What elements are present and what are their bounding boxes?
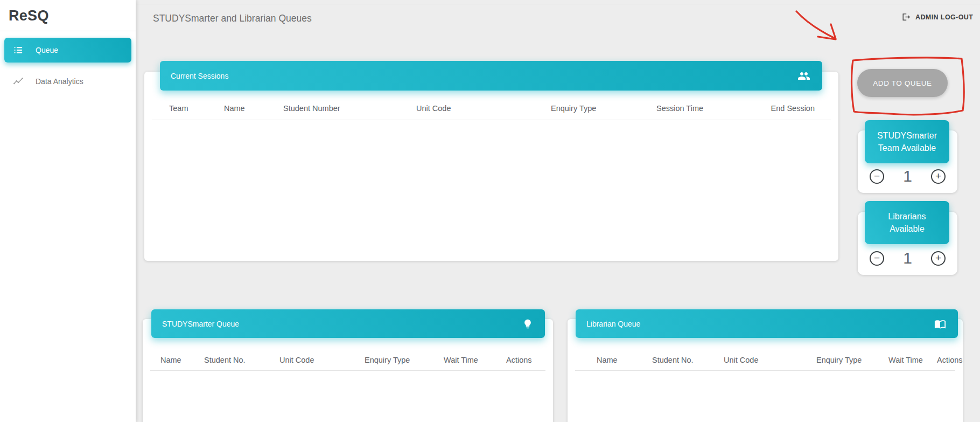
studysmarter-available-stepper: − 1 + [858,167,957,185]
column-header-actions: Actions [937,356,963,364]
logout-label: ADMIN LOG-OUT [915,13,973,21]
annotation-arrow [796,11,835,38]
label-line-2: Team Available [878,142,936,154]
column-header-student-no: Student No. [204,356,279,364]
column-header-name: Name [575,356,652,364]
studysmarter-queue-title: STUDYSmarter Queue [162,320,239,328]
column-header-enquiry-type: Enquiry Type [816,356,888,364]
current-sessions-title-bar: Current Sessions [160,61,822,91]
column-header-actions: Actions [506,356,545,364]
label-line-1: STUDYSmarter [877,129,937,142]
column-header-name: Name [150,356,204,364]
column-header-enquiry-type: Enquiry Type [365,356,444,364]
sidebar-divider [0,31,136,31]
annotation-arrowhead [831,24,836,39]
librarian-queue-title-bar: Librarian Queue [576,309,958,338]
column-header-session-time: Session Time [656,104,765,113]
book-icon [934,318,946,330]
top-hairline [0,4,980,4]
label-line-2: Available [890,223,925,235]
minus-icon[interactable]: − [870,251,884,266]
column-header-enquiry-type: Enquiry Type [551,104,656,113]
analytics-icon [13,76,24,87]
column-header-unit-code: Unit Code [279,356,365,364]
studysmarter-queue-header-row: Name Student No. Unit Code Enquiry Type … [150,349,545,371]
current-sessions-header-row: Team Name Student Number Unit Code Enqui… [152,96,831,120]
column-header-end-session: End Session [765,104,831,113]
plus-icon[interactable]: + [931,169,946,184]
sidebar-item-label: Queue [36,46,58,54]
librarian-queue-title: Librarian Queue [586,320,640,328]
logout-icon [901,12,911,22]
column-header-unit-code: Unit Code [416,104,551,113]
admin-logout-button[interactable]: ADMIN LOG-OUT [898,12,976,22]
librarian-queue-header-row: Name Student No. Unit Code Enquiry Type … [575,349,955,371]
people-icon [797,70,810,82]
column-header-wait-time: Wait Time [888,356,937,364]
current-sessions-card: Team Name Student Number Unit Code Enqui… [144,72,838,261]
brand-logo: ReSQ [9,8,136,24]
current-sessions-title: Current Sessions [171,72,228,80]
lightbulb-icon [522,319,533,329]
sidebar-item-data-analytics[interactable]: Data Analytics [4,69,131,94]
studysmarter-queue-title-bar: STUDYSmarter Queue [151,309,545,338]
column-header-unit-code: Unit Code [724,356,816,364]
column-header-name: Name [224,104,283,113]
librarians-available-label: Librarians Available [865,201,949,244]
studysmarter-available-label: STUDYSmarter Team Available [865,120,949,163]
resq-app: ReSQ Queue Data Analytics [0,0,980,422]
page-title: STUDYSmarter and Librarian Queues [153,13,312,24]
list-icon [13,45,24,56]
label-line-1: Librarians [888,210,926,223]
librarians-available-stepper: − 1 + [858,249,957,267]
column-header-team: Team [152,104,224,113]
column-header-wait-time: Wait Time [444,356,506,364]
add-to-queue-button[interactable]: ADD TO QUEUE [857,69,948,97]
plus-icon[interactable]: + [931,251,946,266]
minus-icon[interactable]: − [870,169,884,184]
sidebar: ReSQ Queue Data Analytics [0,0,136,422]
studysmarter-available-count: 1 [903,167,912,185]
sidebar-item-label: Data Analytics [36,77,83,86]
annotation-arrowhead [818,37,836,39]
column-header-student-number: Student Number [283,104,416,113]
sidebar-item-queue[interactable]: Queue [4,38,131,63]
librarians-available-count: 1 [903,249,912,267]
column-header-student-no: Student No. [652,356,724,364]
